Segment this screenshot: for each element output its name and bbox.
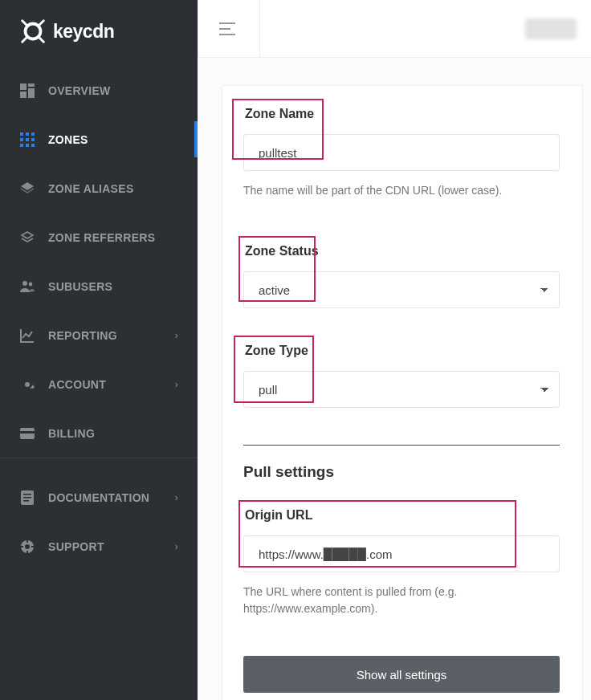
svg-rect-35 [20,546,23,547]
support-icon [19,539,35,555]
svg-rect-28 [23,494,31,495]
svg-rect-13 [31,132,35,136]
sidebar-item-billing[interactable]: BILLING [0,409,198,458]
svg-rect-10 [20,92,26,98]
zone-type-label: Zone Type [243,340,560,361]
field-zone-type: Zone Type pull [243,340,560,408]
svg-rect-19 [31,144,35,147]
svg-line-3 [22,21,27,26]
chart-icon [19,328,35,344]
svg-rect-17 [20,144,23,147]
menu-toggle-icon[interactable] [219,22,235,35]
pull-settings-heading: Pull settings [243,463,560,481]
svg-marker-22 [22,232,33,238]
field-zone-status: Zone Status active [243,241,560,308]
svg-rect-34 [26,551,28,554]
svg-rect-36 [31,546,35,547]
svg-rect-9 [28,88,35,98]
main: Zone Name The name will be part of the C… [198,0,591,700]
gear-icon [19,376,35,393]
secondary-nav: DOCUMENTATION › SUPPORT › [0,458,198,571]
nav-label: SUPPORT [48,540,104,553]
sidebar-item-zone-aliases[interactable]: ZONE ALIASES [0,164,198,213]
layers-icon [19,181,35,197]
sidebar-item-zone-referrers[interactable]: ZONE REFERRERS [0,213,198,262]
nav-label: ZONE REFERRERS [48,231,155,244]
nav-label: ZONES [48,133,88,146]
origin-url-help: The URL where content is pulled from (e.… [243,584,560,617]
sidebar-item-overview[interactable]: OVERVIEW [0,66,198,115]
divider [259,0,260,58]
sidebar-item-documentation[interactable]: DOCUMENTATION › [0,473,198,522]
zone-name-help: The name will be part of the CDN URL (lo… [243,182,560,199]
sidebar-item-account[interactable]: ACCOUNT › [0,360,198,409]
svg-rect-7 [20,83,26,90]
nav-label: DOCUMENTATION [48,491,149,504]
zone-name-input[interactable] [243,134,560,171]
document-icon [19,490,35,506]
topbar [198,0,591,58]
nav-label: BILLING [48,427,95,440]
svg-rect-33 [26,539,28,543]
content: Zone Name The name will be part of the C… [198,58,591,700]
sidebar-item-zones[interactable]: ZONES [0,115,198,164]
dashboard-icon [19,83,35,99]
nav-label: REPORTING [48,329,117,342]
chevron-right-icon: › [175,492,178,503]
nav-label: ZONE ALIASES [48,182,134,195]
field-origin-url: Origin URL The URL where content is pull… [243,505,560,617]
sidebar: keycdn OVERVIEW ZONES ZONE ALIASES ZONE … [0,0,198,700]
chevron-right-icon: › [175,541,178,552]
svg-rect-12 [26,132,29,136]
svg-rect-30 [23,500,29,502]
nav-label: ACCOUNT [48,378,106,391]
origin-url-label: Origin URL [243,505,560,526]
svg-line-6 [39,38,44,43]
sidebar-item-subusers[interactable]: SUBUSERS [0,262,198,311]
card-icon [19,425,35,442]
grid-icon [19,132,35,148]
svg-rect-29 [23,497,31,499]
zone-type-select[interactable]: pull [243,371,560,408]
origin-url-input[interactable] [243,535,560,572]
users-icon [19,279,35,295]
user-menu[interactable] [525,18,577,39]
svg-point-32 [25,544,30,549]
svg-line-5 [22,38,27,43]
sidebar-item-support[interactable]: SUPPORT › [0,522,198,571]
nav-label: OVERVIEW [48,84,111,97]
zone-form-panel: Zone Name The name will be part of the C… [222,85,583,700]
svg-rect-15 [26,138,29,141]
svg-rect-2 [32,29,35,34]
layers-outline-icon [19,230,35,246]
svg-rect-11 [20,132,23,136]
logo[interactable]: keycdn [0,0,198,66]
chevron-right-icon: › [175,379,178,390]
field-zone-name: Zone Name The name will be part of the C… [243,104,560,199]
svg-line-4 [39,21,44,26]
nav-label: SUBUSERS [48,280,112,293]
sidebar-item-reporting[interactable]: REPORTING › [0,311,198,360]
chevron-right-icon: › [175,330,178,341]
svg-point-24 [29,282,33,286]
svg-rect-8 [28,83,35,87]
zone-status-select[interactable]: active [243,271,560,308]
show-all-settings-button[interactable]: Show all settings [243,656,560,693]
zone-name-label: Zone Name [243,104,560,124]
logo-icon [18,16,48,47]
zone-status-label: Zone Status [243,241,560,262]
svg-rect-18 [26,144,29,147]
logo-text: keycdn [53,21,114,43]
divider [243,445,560,446]
svg-rect-14 [20,138,23,141]
primary-nav: OVERVIEW ZONES ZONE ALIASES ZONE REFERRE… [0,66,198,458]
svg-point-23 [22,281,27,286]
svg-rect-26 [20,431,35,433]
svg-rect-16 [31,138,35,141]
